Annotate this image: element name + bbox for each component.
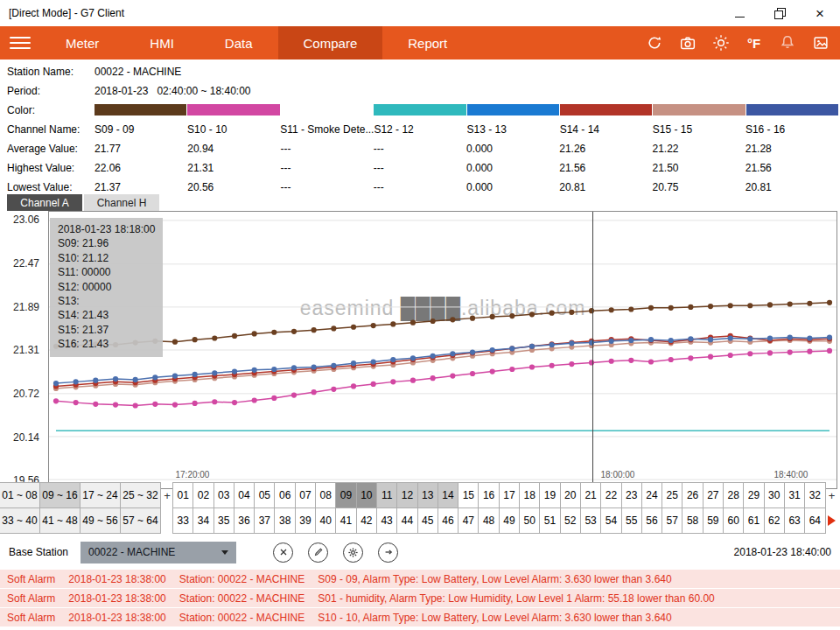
page-25[interactable]: 25 bbox=[662, 482, 682, 508]
page-51[interactable]: 51 bbox=[539, 508, 560, 534]
page-31[interactable]: 31 bbox=[784, 482, 805, 508]
sync-icon[interactable] bbox=[643, 32, 665, 54]
page-57[interactable]: 57 bbox=[662, 508, 682, 534]
page-13[interactable]: 13 bbox=[417, 482, 438, 508]
page-53[interactable]: 53 bbox=[580, 508, 601, 534]
page-40[interactable]: 40 bbox=[315, 508, 336, 534]
page-33[interactable]: 33 bbox=[172, 508, 193, 534]
page-18[interactable]: 18 bbox=[519, 482, 540, 508]
page-01[interactable]: 01 bbox=[172, 482, 193, 508]
page-49[interactable]: 49 bbox=[499, 508, 520, 534]
page-09[interactable]: 09 bbox=[335, 482, 356, 508]
page-group-09~16[interactable]: 09 ~ 16 bbox=[39, 482, 80, 508]
page-41[interactable]: 41 bbox=[335, 508, 356, 534]
tab-channel-h[interactable]: Channel H bbox=[84, 194, 159, 211]
clear-button[interactable] bbox=[273, 542, 293, 563]
page-29[interactable]: 29 bbox=[743, 482, 764, 508]
page-62[interactable]: 62 bbox=[764, 508, 785, 534]
page-35[interactable]: 35 bbox=[214, 508, 234, 534]
menu-icon[interactable] bbox=[0, 26, 40, 60]
page-58[interactable]: 58 bbox=[682, 508, 703, 534]
page-27[interactable]: 27 bbox=[703, 482, 724, 508]
page-14[interactable]: 14 bbox=[438, 482, 458, 508]
page-36[interactable]: 36 bbox=[234, 508, 255, 534]
page-63[interactable]: 63 bbox=[784, 508, 805, 534]
maximize-button[interactable] bbox=[760, 0, 800, 26]
page-02[interactable]: 02 bbox=[192, 482, 214, 508]
page-46[interactable]: 46 bbox=[438, 508, 458, 534]
page-group-57~64[interactable]: 57 ~ 64 bbox=[120, 508, 161, 534]
page-10[interactable]: 10 bbox=[356, 482, 377, 508]
page-03[interactable]: 03 bbox=[214, 482, 234, 508]
expand-right-button[interactable]: + bbox=[826, 482, 838, 508]
page-24[interactable]: 24 bbox=[641, 482, 662, 508]
page-38[interactable]: 38 bbox=[274, 508, 295, 534]
page-43[interactable]: 43 bbox=[376, 508, 397, 534]
page-42[interactable]: 42 bbox=[356, 508, 377, 534]
close-button[interactable]: × bbox=[800, 0, 840, 26]
page-60[interactable]: 60 bbox=[723, 508, 744, 534]
page-55[interactable]: 55 bbox=[621, 508, 642, 534]
page-59[interactable]: 59 bbox=[703, 508, 724, 534]
page-04[interactable]: 04 bbox=[234, 482, 255, 508]
page-56[interactable]: 56 bbox=[641, 508, 662, 534]
nav-tab-meter[interactable]: Meter bbox=[40, 26, 124, 60]
snapshot-icon[interactable] bbox=[809, 32, 831, 54]
page-group-17~24[interactable]: 17 ~ 24 bbox=[80, 482, 121, 508]
apply-button[interactable] bbox=[378, 542, 398, 563]
page-05[interactable]: 05 bbox=[254, 482, 275, 508]
settings-button[interactable] bbox=[343, 542, 363, 563]
page-28[interactable]: 28 bbox=[723, 482, 744, 508]
page-group-41~48[interactable]: 41 ~ 48 bbox=[39, 508, 80, 534]
page-39[interactable]: 39 bbox=[295, 508, 316, 534]
page-47[interactable]: 47 bbox=[458, 508, 479, 534]
page-54[interactable]: 54 bbox=[600, 508, 621, 534]
page-group-01~08[interactable]: 01 ~ 08 bbox=[0, 482, 40, 508]
info-cell: 21.50 bbox=[653, 162, 746, 174]
nav-tab-data[interactable]: Data bbox=[200, 26, 278, 60]
page-07[interactable]: 07 bbox=[295, 482, 316, 508]
page-17[interactable]: 17 bbox=[499, 482, 520, 508]
nav-tab-hmi[interactable]: HMI bbox=[124, 26, 200, 60]
base-station-dropdown[interactable]: 00022 - MACHINE bbox=[80, 542, 236, 564]
page-16[interactable]: 16 bbox=[478, 482, 499, 508]
tab-channel-a[interactable]: Channel A bbox=[7, 194, 82, 211]
page-32[interactable]: 32 bbox=[804, 482, 825, 508]
edit-button[interactable] bbox=[308, 542, 328, 563]
next-page-arrow[interactable] bbox=[826, 508, 838, 534]
expand-left-button[interactable]: + bbox=[161, 482, 173, 508]
brightness-icon[interactable] bbox=[710, 32, 732, 54]
page-45[interactable]: 45 bbox=[417, 508, 438, 534]
page-61[interactable]: 61 bbox=[743, 508, 764, 534]
page-group-49~56[interactable]: 49 ~ 56 bbox=[80, 508, 121, 534]
fahrenheit-icon[interactable]: °F bbox=[743, 32, 765, 54]
page-44[interactable]: 44 bbox=[396, 508, 417, 534]
page-15[interactable]: 15 bbox=[458, 482, 479, 508]
nav-tab-report[interactable]: Report bbox=[382, 26, 472, 60]
page-19[interactable]: 19 bbox=[539, 482, 560, 508]
page-12[interactable]: 12 bbox=[396, 482, 417, 508]
page-22[interactable]: 22 bbox=[600, 482, 621, 508]
page-48[interactable]: 48 bbox=[478, 508, 499, 534]
page-50[interactable]: 50 bbox=[519, 508, 540, 534]
page-26[interactable]: 26 bbox=[682, 482, 703, 508]
page-64[interactable]: 64 bbox=[804, 508, 825, 534]
page-23[interactable]: 23 bbox=[621, 482, 642, 508]
page-group-25~32[interactable]: 25 ~ 32 bbox=[120, 482, 161, 508]
chart-plot[interactable] bbox=[49, 212, 836, 488]
page-06[interactable]: 06 bbox=[274, 482, 295, 508]
page-52[interactable]: 52 bbox=[560, 508, 581, 534]
page-11[interactable]: 11 bbox=[376, 482, 397, 508]
page-group-33~40[interactable]: 33 ~ 40 bbox=[0, 508, 40, 534]
camera-icon[interactable] bbox=[676, 32, 698, 54]
compare-chart[interactable]: easemind ████.alibaba.com 2018-01-23 18:… bbox=[48, 211, 837, 489]
alarm-bell-icon[interactable] bbox=[776, 32, 798, 54]
page-20[interactable]: 20 bbox=[560, 482, 581, 508]
page-08[interactable]: 08 bbox=[315, 482, 336, 508]
page-21[interactable]: 21 bbox=[580, 482, 601, 508]
minimize-button[interactable] bbox=[719, 0, 760, 26]
page-30[interactable]: 30 bbox=[764, 482, 785, 508]
nav-tab-compare[interactable]: Compare bbox=[278, 26, 383, 60]
page-34[interactable]: 34 bbox=[192, 508, 214, 534]
page-37[interactable]: 37 bbox=[254, 508, 275, 534]
